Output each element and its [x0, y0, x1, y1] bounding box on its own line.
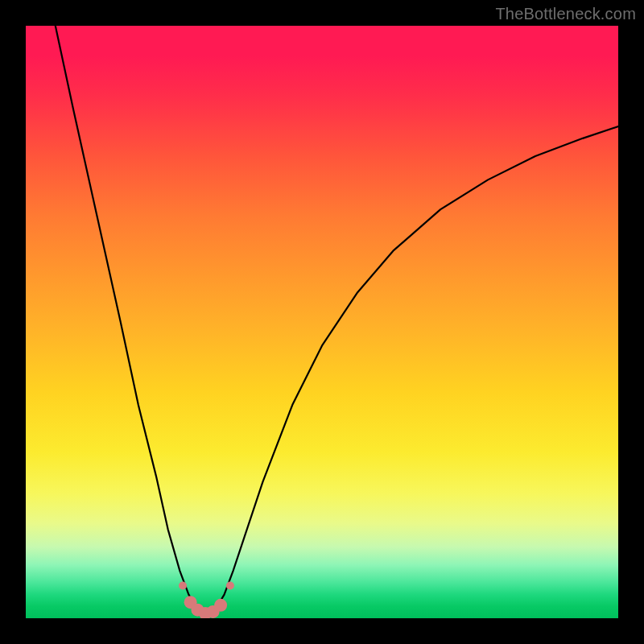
marker-dot — [226, 582, 234, 590]
chart-svg — [26, 26, 618, 618]
chart-frame: TheBottleneck.com — [0, 0, 644, 644]
marker-layer — [179, 582, 234, 618]
marker-dot — [199, 607, 212, 618]
marker-dot — [214, 599, 227, 612]
series-curve — [56, 26, 618, 615]
marker-dot — [184, 596, 197, 609]
curve-layer — [56, 26, 618, 615]
marker-dot — [191, 604, 204, 617]
plot-area — [26, 26, 618, 618]
marker-dot — [207, 605, 220, 618]
marker-dot — [179, 582, 187, 590]
watermark-text: TheBottleneck.com — [495, 5, 636, 23]
